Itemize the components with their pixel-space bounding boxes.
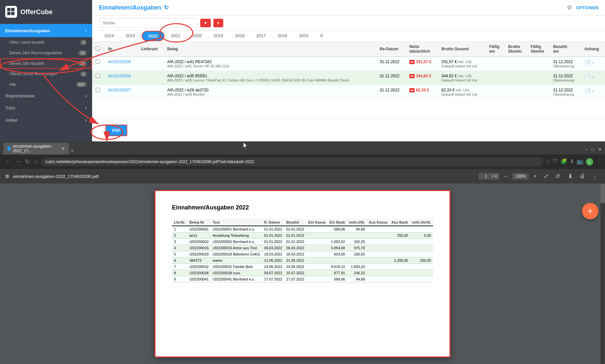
browser-tab[interactable]: einnahmen-ausgaben-2022_17... ✕ [3, 143, 69, 155]
sidebar-item-bezahlt[interactable]: Dieses Jahr bezahlt 12 [0, 58, 92, 69]
forward-button[interactable]: → [14, 157, 22, 167]
pdf-zoom-minus[interactable]: − [502, 172, 510, 181]
reload-button[interactable]: ↻ [24, 157, 31, 167]
clear-button[interactable]: ✕ [213, 19, 223, 27]
refresh-icon[interactable]: ↻ [164, 4, 169, 11]
year-tab-2019[interactable]: 2019 [208, 31, 229, 41]
sidebar-item-rechnungsdatum[interactable]: Dieses Jahr Rechnungsdatum 15 [0, 48, 92, 58]
download-icon[interactable]: ⬇ [570, 158, 574, 165]
pdf-doc-title: Einnahmen/Ausgaben 2022 [172, 204, 433, 211]
row-link[interactable]: #lo20220037 [108, 88, 131, 92]
year-tab-2022[interactable]: 2022 [142, 31, 164, 41]
pdf-document-table: Lfd.Nr. Beleg Nr Text R. Datum Bezahlt E… [172, 219, 433, 282]
nav-artikel-chevron: › [85, 117, 87, 123]
row-brutto-skonto [505, 71, 527, 85]
pdf-page-input[interactable] [481, 174, 491, 179]
pdf-col-rdatum: R. Datum [262, 219, 284, 226]
pdf-zoom-plus[interactable]: + [531, 172, 539, 181]
year-tab-2023[interactable]: 2023 [120, 31, 140, 41]
home-button[interactable]: ⌂ [33, 157, 39, 167]
pdf-col-text: Text [211, 219, 262, 226]
pdf-page-total: 4 [495, 174, 497, 179]
document-icon[interactable]: 📄 [584, 60, 591, 66]
col-nr: Nr. [105, 42, 138, 57]
pdf-scrollbar[interactable] [600, 183, 605, 364]
year-tab-2015[interactable]: 2015 [294, 31, 314, 41]
pdf-expand-icon[interactable]: ⤢ [542, 172, 550, 181]
row-nr[interactable]: #lo20220038 [105, 71, 138, 85]
sidebar-item-todo[interactable]: ToDo › [0, 102, 92, 114]
filter-button[interactable]: ▼ [200, 19, 211, 27]
row-lieferant [138, 57, 164, 71]
col-bezahlt-am: Bezahltam [550, 42, 581, 57]
row-link[interactable]: #lo20220039 [108, 60, 131, 64]
browser-new-tab[interactable]: + [70, 148, 74, 155]
nav-offen-label: Offen / nicht bezahlt [9, 40, 44, 45]
sidebar-item-offen[interactable]: Offen / nicht bezahlt 3 [0, 37, 92, 48]
profile-icon[interactable]: L [586, 158, 593, 165]
pdf-print-icon[interactable]: 🖨 [577, 172, 587, 181]
year-tab-2017[interactable]: 2017 [251, 31, 271, 41]
sidebar-item-oeag[interactable]: Offene OEAG Rechnungen 2 [0, 69, 92, 79]
browser-tab-close[interactable]: ✕ [61, 146, 65, 151]
nav-rechnungsdatum-badge: 15 [78, 50, 87, 56]
row-anhang[interactable]: 📄 › [581, 71, 605, 83]
document-icon[interactable]: 📄 [584, 74, 591, 80]
row-checkbox[interactable] [92, 85, 105, 99]
url-input[interactable] [41, 158, 543, 166]
row-link[interactable]: #lo20220038 [108, 74, 131, 78]
data-table: Nr. Lieferant Beleg Re-Datum Nettotatsäc… [92, 42, 605, 99]
year-tab-2018[interactable]: 2018 [230, 31, 250, 41]
pdf-download-icon[interactable]: ⬇ [566, 172, 575, 181]
settings-icon[interactable]: ⚙ [567, 4, 572, 11]
row-expand-icon[interactable]: › [592, 89, 593, 93]
window-minimize[interactable]: − [585, 147, 588, 152]
extensions-icon[interactable]: 🧩 [561, 158, 567, 165]
year-tab-2016[interactable]: 2016 [272, 31, 292, 41]
row-nr[interactable]: #lo20220039 [105, 57, 138, 71]
row-nr[interactable]: #lo20220037 [105, 85, 138, 99]
year-tab-2021[interactable]: 2021 [166, 31, 186, 41]
fab-button[interactable]: + [582, 203, 598, 219]
search-input[interactable] [99, 18, 198, 28]
pdf-hamburger-icon[interactable]: ≡ [5, 173, 9, 180]
pdf-button[interactable]: PDF [106, 125, 127, 136]
row-bezahlt-am: 31.12.2022 Überweisung [550, 57, 581, 71]
row-beleg: AfA-2022 / w35 8550U AfA-2022 / w35 Leno… [164, 71, 376, 85]
year-tab-2024[interactable]: 2024 [99, 31, 119, 41]
col-faellig-skonto: FälligSkonto [527, 42, 550, 57]
credit-icon: ⬅ [409, 74, 415, 78]
row-checkbox[interactable] [92, 71, 105, 85]
window-maximize[interactable]: □ [592, 147, 594, 152]
back-button[interactable]: ← [4, 157, 12, 167]
window-close[interactable]: ✕ [598, 147, 602, 152]
pdf-more-icon[interactable]: ⋮ [590, 172, 600, 181]
sidebar-item-einnahmen-ausgaben[interactable]: Einnahmen/Ausgaben › [0, 24, 92, 37]
more-icon[interactable]: ⋮ [596, 158, 601, 165]
optionen-button[interactable]: OPTIONEN [576, 5, 598, 10]
sidebar-item-alle[interactable]: Alle 527 [0, 79, 92, 90]
document-icon[interactable]: 📄 [584, 88, 591, 94]
col-netto: Nettotatsächlich [406, 42, 438, 57]
row-faellig-skonto [527, 71, 550, 85]
bookmark-icon[interactable]: ☆ [545, 158, 550, 165]
svg-rect-2 [7, 12, 11, 15]
row-anhang[interactable]: 📄 › [581, 85, 605, 97]
sidebar-item-artikel[interactable]: Artikel › [0, 114, 92, 126]
row-expand-icon[interactable]: › [592, 61, 593, 65]
row-lieferant [138, 71, 164, 85]
main-content: Einnahmen/Ausgaben ↻ ⚙ OPTIONEN ▼ ✕ 2024… [92, 0, 605, 141]
row-expand-icon[interactable]: › [592, 75, 593, 79]
sidebar: OfferCube Einnahmen/Ausgaben › Offen / n… [0, 0, 92, 141]
pdf-table-row: 3r202200002r202200002 Bernhard e.u.01.01… [172, 239, 433, 245]
cast-icon[interactable]: 📺 [577, 158, 583, 165]
pdf-rotate-icon[interactable]: ↺ [553, 172, 562, 181]
select-all-checkbox[interactable] [96, 46, 100, 51]
year-tab-2020[interactable]: 2020 [187, 31, 207, 41]
pdf-scrollbar-thumb[interactable] [600, 183, 605, 203]
row-checkbox[interactable] [92, 57, 105, 71]
sidebar-item-registrierkasse[interactable]: Registrierkasse › [0, 90, 92, 102]
row-anhang[interactable]: 📄 › [581, 57, 605, 68]
browser-tab-bar: einnahmen-ausgaben-2022_17... ✕ + − □ ✕ [0, 141, 605, 155]
year-tab-0[interactable]: 0 [315, 31, 328, 41]
